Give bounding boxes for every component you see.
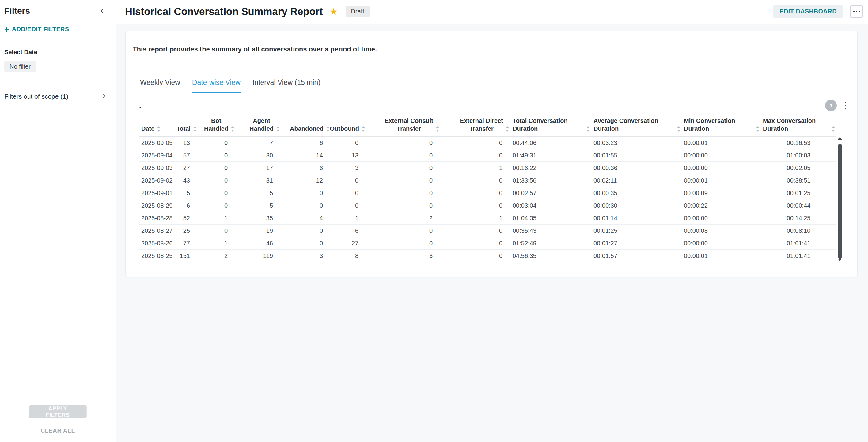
cell-bot-handled: 0	[198, 162, 236, 174]
cell-total: 77	[177, 237, 198, 250]
cell-average-conversation-duration: 00:03:23	[591, 137, 682, 149]
column-header-external-consult-transfer[interactable]: External ConsultTransfer	[367, 111, 441, 137]
column-header-external-direct-transfer[interactable]: External DirectTransfer	[441, 111, 510, 137]
cell-agent-handled: 5	[236, 187, 281, 199]
column-header-outbound[interactable]: Outbound	[331, 111, 367, 137]
favorite-star-icon[interactable]: ★	[330, 6, 338, 17]
clear-all-button[interactable]: CLEAR ALL	[0, 427, 116, 434]
table-row[interactable]: 2025-09-0327017630100:16:2200:00:3600:00…	[139, 162, 836, 174]
cell-bot-handled: 0	[198, 174, 236, 187]
apply-filters-button[interactable]: APPLY FILTERS	[29, 405, 87, 418]
cell-outbound: 1	[331, 212, 367, 224]
cell-total-conversation-duration: 01:49:31	[510, 149, 591, 162]
tab-interval-view[interactable]: Interval View (15 min)	[252, 78, 320, 93]
cell-total: 27	[177, 162, 198, 174]
cell-average-conversation-duration: 00:00:36	[591, 162, 682, 174]
date-filter-chip[interactable]: No filter	[4, 61, 36, 72]
collapse-sidebar-icon[interactable]	[98, 7, 106, 15]
sort-icon[interactable]	[756, 126, 760, 132]
cell-total-conversation-duration: 04:56:35	[510, 250, 591, 262]
status-badge: Draft	[346, 6, 369, 17]
kebab-menu-icon[interactable]	[843, 100, 848, 110]
table-header-row: DateTotalBotHandledAgentHandledAbandoned…	[139, 111, 836, 137]
cell-min-conversation-duration: 00:00:08	[682, 224, 761, 237]
sort-icon[interactable]	[157, 126, 160, 132]
cell-abandoned: 0	[281, 187, 331, 199]
filters-out-of-scope-label: Filters out of scope (1)	[4, 93, 68, 100]
cell-external-direct-transfer: 0	[441, 187, 510, 199]
sort-icon[interactable]	[231, 126, 235, 132]
cell-bot-handled: 0	[198, 199, 236, 212]
cell-abandoned: 3	[281, 250, 331, 262]
column-label-external-consult-transfer: External ConsultTransfer	[384, 117, 433, 133]
table-row[interactable]: 2025-09-02430311200001:33:5600:02:1100:0…	[139, 174, 836, 187]
cell-external-consult-transfer: 2	[367, 212, 441, 224]
sort-icon[interactable]	[276, 126, 280, 132]
cell-outbound: 0	[331, 187, 367, 199]
tab-date-wise-view[interactable]: Date-wise View	[192, 78, 241, 93]
cell-average-conversation-duration: 00:00:35	[591, 187, 682, 199]
sort-icon[interactable]	[832, 126, 835, 132]
column-header-agent-handled[interactable]: AgentHandled	[236, 111, 281, 137]
cell-date: 2025-09-03	[139, 162, 177, 174]
column-label-max-conversation-duration: Max Conversation Duration	[763, 117, 829, 133]
cell-agent-handled: 7	[236, 137, 281, 149]
column-header-total[interactable]: Total	[177, 111, 198, 137]
column-header-abandoned[interactable]: Abandoned	[281, 111, 331, 137]
table-row[interactable]: 2025-09-051307600000:44:0600:03:2300:00:…	[139, 137, 836, 149]
sort-icon[interactable]	[193, 126, 197, 132]
conversation-summary-table: DateTotalBotHandledAgentHandledAbandoned…	[139, 111, 836, 262]
column-header-total-conversation-duration[interactable]: Total ConversationDuration	[510, 111, 591, 137]
column-header-average-conversation-duration[interactable]: Average ConversationDuration	[591, 111, 682, 137]
scroll-up-arrow[interactable]	[838, 137, 842, 140]
sort-icon[interactable]	[326, 126, 330, 132]
sidebar-header: Filters	[0, 0, 116, 16]
sort-icon[interactable]	[436, 126, 439, 132]
sort-icon[interactable]	[586, 126, 590, 132]
column-header-bot-handled[interactable]: BotHandled	[198, 111, 236, 137]
scrollbar-thumb[interactable]	[838, 144, 842, 259]
sort-icon[interactable]	[362, 126, 365, 132]
cell-min-conversation-duration: 00:00:00	[682, 149, 761, 162]
cell-external-direct-transfer: 0	[441, 174, 510, 187]
cell-external-direct-transfer: 1	[441, 162, 510, 174]
cell-min-conversation-duration: 00:00:00	[682, 162, 761, 174]
cell-bot-handled: 2	[198, 250, 236, 262]
cell-outbound: 3	[331, 162, 367, 174]
scroll-down-arrow[interactable]	[838, 258, 842, 261]
main-content: This report provides the summary of all …	[116, 24, 868, 442]
add-edit-filters-button[interactable]: + ADD/EDIT FILTERS	[4, 26, 116, 33]
tab-weekly-view[interactable]: Weekly View	[140, 78, 180, 93]
sort-icon[interactable]	[505, 126, 509, 132]
column-label-abandoned: Abandoned	[290, 125, 323, 133]
more-options-button[interactable]	[850, 5, 863, 18]
cell-average-conversation-duration: 00:01:25	[591, 224, 682, 237]
cell-external-direct-transfer: 0	[441, 224, 510, 237]
column-header-date[interactable]: Date	[139, 111, 177, 137]
table-filter-icon[interactable]	[825, 99, 837, 111]
table-row[interactable]: 2025-08-251512119383004:56:3500:01:5700:…	[139, 250, 836, 262]
table-row[interactable]: 2025-09-045703014130001:49:3100:01:5500:…	[139, 149, 836, 162]
sort-icon[interactable]	[677, 126, 681, 132]
table-row[interactable]: 2025-08-2852135412101:04:3500:01:1400:00…	[139, 212, 836, 224]
table-row[interactable]: 2025-08-26771460270001:52:4900:01:2700:0…	[139, 237, 836, 250]
corner-dot: .	[139, 101, 141, 109]
column-header-min-conversation-duration[interactable]: Min ConversationDuration	[682, 111, 761, 137]
table-scrollbar[interactable]	[837, 137, 842, 261]
table-row[interactable]: 2025-08-2725019060000:35:4300:01:2500:00…	[139, 224, 836, 237]
table-row[interactable]: 2025-09-01505000000:02:5700:00:3500:00:0…	[139, 187, 836, 199]
table-row[interactable]: 2025-08-29605000000:03:0400:00:3000:00:2…	[139, 199, 836, 212]
cell-bot-handled: 0	[198, 187, 236, 199]
cell-external-consult-transfer: 0	[367, 149, 441, 162]
cell-abandoned: 0	[281, 224, 331, 237]
cell-outbound: 13	[331, 149, 367, 162]
plus-icon: +	[4, 26, 9, 32]
column-header-max-conversation-duration[interactable]: Max Conversation Duration	[761, 111, 836, 137]
cell-agent-handled: 31	[236, 174, 281, 187]
cell-external-consult-transfer: 0	[367, 224, 441, 237]
edit-dashboard-button[interactable]: EDIT DASHBOARD	[773, 5, 843, 19]
report-header-bar: Historical Conversation Summary Report ★…	[116, 0, 868, 23]
cell-external-consult-transfer: 0	[367, 174, 441, 187]
cell-total: 6	[177, 199, 198, 212]
filters-out-of-scope-row[interactable]: Filters out of scope (1)	[4, 93, 116, 100]
